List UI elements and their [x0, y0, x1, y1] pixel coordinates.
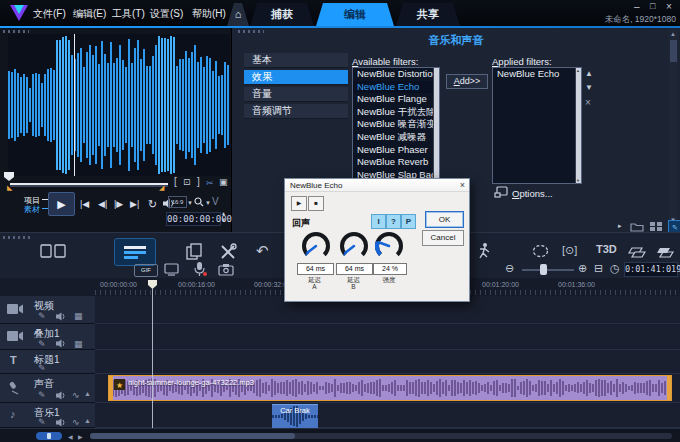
track-height-slider[interactable] [36, 432, 62, 440]
tab-edit[interactable]: 编辑 [316, 3, 394, 26]
dialog-titlebar[interactable]: NewBlue Echo × [285, 179, 469, 192]
track-edit-icon[interactable]: ✎ [38, 363, 46, 373]
filter-item[interactable]: NewBlue Phaser [353, 144, 439, 157]
track-wave-icon[interactable]: ∿ [72, 390, 80, 400]
timeline-hscroll-thumb[interactable] [90, 433, 295, 439]
filter-item[interactable]: NewBlue 噪音渐变器 [353, 118, 439, 131]
fit-project-icon[interactable]: ⊟ [594, 263, 603, 274]
track-wave-icon[interactable]: ∿ [72, 417, 80, 427]
track-mute-icon[interactable] [56, 418, 67, 427]
zoom-slider-handle[interactable] [540, 264, 547, 275]
sfx-clip[interactable]: Car Brak [272, 404, 318, 428]
scroll-up-icon[interactable]: ▲ [670, 31, 676, 37]
intensity-knob[interactable] [372, 229, 406, 263]
filter-item-selected[interactable]: NewBlue Echo [353, 81, 439, 94]
track-transparency-icon[interactable]: ▦ [74, 339, 83, 349]
track-header-overlay[interactable]: 叠加1 ✎ ▦ [0, 324, 96, 350]
snapshot-icon[interactable] [218, 263, 235, 276]
timecode-up-icon[interactable]: ▲ [221, 211, 226, 216]
filter-move-up-button[interactable]: ▲ [585, 70, 593, 78]
track-fade-icon[interactable]: ▲ [84, 390, 91, 397]
menu-tools[interactable]: 工具(T) [112, 7, 145, 21]
title-track-row[interactable] [95, 350, 680, 374]
timeline-view-button[interactable] [114, 238, 156, 266]
mark-in-icon[interactable]: [ [174, 177, 177, 187]
trim-end-marker[interactable]: ◢ [159, 184, 164, 192]
track-edit-icon[interactable]: ✎ [38, 339, 46, 349]
dialog-preview-stop-button[interactable]: ■ [308, 196, 324, 211]
timeline-hscroll-track[interactable] [90, 433, 672, 439]
screen-record-icon[interactable] [164, 263, 181, 276]
3d-title-icon[interactable]: T3D [596, 244, 617, 255]
go-end-button[interactable]: ▶| [130, 199, 139, 209]
applied-list-scrollbar[interactable]: ▲ ▼ [575, 68, 581, 183]
preset-button[interactable]: P [401, 214, 416, 229]
panel-drag-handle[interactable] [3, 30, 29, 33]
category-effect[interactable]: 效果 [244, 70, 348, 85]
mask-creator-icon[interactable]: [⊙] [562, 245, 577, 256]
filter-item[interactable]: NewBlue Flange [353, 93, 439, 106]
loop-region-icon[interactable]: ⊡ [183, 178, 191, 187]
track-header-music[interactable]: ♪ 音乐1 ✎ ∿ ▲ [0, 403, 96, 428]
mode-clip-label[interactable]: 素材 [24, 204, 40, 215]
tools-icon[interactable] [220, 243, 237, 260]
options-button[interactable]: Options... [512, 188, 553, 199]
grab-frame-icon[interactable]: ▣ [219, 178, 228, 187]
dialog-close-icon[interactable]: × [460, 179, 465, 192]
filter-item[interactable]: NewBlue Distortion [353, 68, 439, 81]
tab-home[interactable]: ⌂ [227, 3, 249, 26]
track-mute-icon[interactable] [56, 391, 67, 400]
timeline-zoom-slider[interactable] [522, 269, 574, 271]
gif-creator-button[interactable]: GIF [134, 264, 158, 277]
add-filter-button[interactable]: Add>> [446, 74, 488, 89]
menu-help[interactable]: 帮助(H) [192, 7, 226, 21]
close-button[interactable]: × [666, 2, 672, 12]
category-volume[interactable]: 音量 [244, 87, 348, 102]
scrubber-handle[interactable] [4, 172, 14, 181]
category-audio-tuning[interactable]: 音频调节 [244, 104, 348, 119]
timeline-playhead-line[interactable] [152, 289, 153, 428]
zoom-dropdown-icon[interactable]: ▼ [205, 200, 211, 206]
track-header-voice[interactable]: 声音 ✎ ∿ ▲ [0, 374, 96, 403]
gallery-grid-icon[interactable] [649, 221, 664, 232]
category-basic[interactable]: 基本 [244, 53, 348, 68]
info-button[interactable]: I [371, 214, 386, 229]
zoom-preview-icon[interactable] [194, 197, 204, 207]
track-header-video[interactable]: 视频 ✎ ▦ [0, 296, 96, 324]
gallery-folder-icon[interactable] [630, 221, 645, 232]
storyboard-view-icon[interactable] [40, 243, 66, 259]
smart-proxy-icon[interactable] [532, 244, 549, 258]
menu-settings[interactable]: 设置(S) [150, 7, 183, 21]
timecode-down-icon[interactable]: ▼ [221, 218, 226, 223]
aspect-ratio-button[interactable]: 16:9 [168, 196, 187, 208]
tab-share[interactable]: 共享 [396, 3, 460, 26]
track-fade-icon[interactable]: ▲ [84, 417, 91, 424]
voiceover-mic-icon[interactable] [193, 261, 207, 277]
available-filters-list[interactable]: NewBlue Distortion NewBlue Echo NewBlue … [352, 67, 440, 184]
filter-item[interactable]: NewBlue Reverb [353, 156, 439, 169]
track-header-title[interactable]: T 标题1 ✎ [0, 350, 96, 374]
motion-tracking-icon[interactable] [476, 242, 492, 260]
audio-clip[interactable]: ★ night-summer-lounge-ga-473222.mp3 [108, 375, 672, 401]
aspect-dropdown-icon[interactable]: ▼ [187, 200, 193, 206]
delay-b-value[interactable]: 64 ms [336, 263, 373, 275]
play-button[interactable]: ▶ [48, 192, 75, 216]
track-edit-icon[interactable]: ✎ [38, 390, 46, 400]
menu-edit[interactable]: 编辑(E) [73, 7, 106, 21]
prev-frame-button[interactable]: ◀| [98, 199, 107, 209]
mark-out-icon[interactable]: ] [197, 177, 200, 187]
clip-trim-right-handle[interactable] [667, 376, 671, 400]
scroll-right-button[interactable]: ▶ [78, 433, 83, 440]
filter-item[interactable]: NewBlue 干扰去除器 [353, 106, 439, 119]
gallery-expand-icon[interactable]: ▸ [618, 222, 622, 229]
music-track-row[interactable] [95, 403, 680, 428]
toolbar-drag-handle[interactable] [3, 236, 33, 239]
go-start-button[interactable]: |◀ [80, 199, 89, 209]
cancel-button[interactable]: Cancel [422, 230, 464, 246]
scrollbar-thumb[interactable] [670, 40, 677, 62]
applied-filter-item[interactable]: NewBlue Echo [493, 68, 581, 81]
trim-start-marker[interactable]: ◣ [7, 184, 12, 192]
undo-icon[interactable]: ↶ [256, 243, 269, 258]
copy-icon[interactable] [186, 243, 203, 260]
track-edit-icon[interactable]: ✎ [38, 417, 46, 427]
